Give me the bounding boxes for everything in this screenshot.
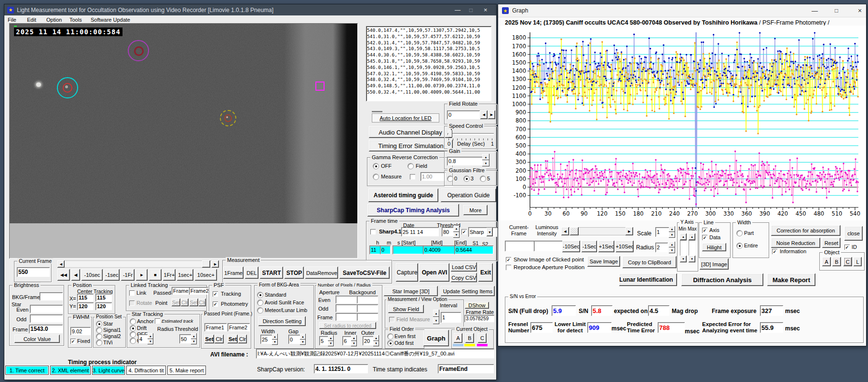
pix-frame-aperture-field[interactable] (336, 313, 357, 321)
star-odd-field[interactable] (30, 314, 63, 323)
passed-frame2-field[interactable]: Frame2 (228, 323, 250, 331)
object-a-button[interactable]: A (454, 333, 462, 343)
graph-close-icon[interactable]: × (858, 7, 862, 14)
graph-radius-field[interactable]: 2 (655, 243, 668, 252)
line-axis-checkbox[interactable] (702, 228, 707, 233)
timing-step-5[interactable]: 5. Make report (167, 366, 206, 375)
pix-odd-aperture-field[interactable] (336, 304, 357, 312)
star-even-field[interactable] (30, 305, 63, 313)
gaussian-5-radio[interactable] (480, 176, 486, 181)
graph-minimize-icon[interactable]: — (812, 7, 818, 14)
mid-field[interactable]: 0.4009 (423, 246, 456, 254)
pix-odd-bg-field[interactable] (357, 304, 378, 312)
gap-spinner[interactable]: ▲▼ (300, 334, 306, 345)
s-start-field[interactable] (393, 246, 424, 254)
passed-set1-button[interactable]: Set (204, 335, 214, 343)
scrollbar-right-arrow[interactable]: ▶ (212, 260, 219, 268)
video-scrollbar[interactable]: ◀ ▶ (57, 260, 219, 268)
interval-field[interactable]: 1 (441, 312, 461, 323)
id-checkbox[interactable] (844, 245, 850, 250)
ymax-up-button[interactable]: ▲ (689, 233, 695, 240)
timestamp-indicates-field[interactable]: FrameEnd (438, 364, 494, 373)
transport-button-5[interactable]: ► (136, 269, 148, 281)
estimated-track-checkbox[interactable] (155, 318, 160, 324)
field-rotate-left-button[interactable]: ◀ (480, 110, 488, 119)
timing-step-4[interactable]: 4. Diffraction tit (126, 366, 166, 375)
posset-signal1-radio[interactable] (96, 327, 102, 333)
sharpcap-version-field[interactable]: 4. 1. 11251. 0 (314, 364, 368, 373)
gamma-measure-radio[interactable] (373, 174, 379, 179)
save-image-button[interactable]: Save Image (587, 256, 620, 267)
even-first-radio[interactable] (388, 334, 393, 339)
csv-data-box[interactable]: 540.0,147.4,"",10,59,57.1307,57.2942,10,… (366, 26, 491, 101)
minus-10sec-button[interactable]: -10Sec (562, 241, 580, 252)
width-entire-radio[interactable] (737, 243, 742, 248)
direction-setting-button[interactable]: Direction Setting (258, 316, 306, 326)
psf-photometry-checkbox[interactable] (213, 301, 218, 307)
y-center-field[interactable]: 120 (77, 302, 94, 310)
reset-button[interactable]: Reset (822, 238, 841, 248)
interval-spinner[interactable]: ▲▼ (433, 310, 439, 324)
splitter-grip[interactable] (372, 111, 382, 112)
transport-button-9[interactable]: 10sec+ (195, 269, 217, 281)
gamma-checkbox[interactable] (410, 174, 415, 179)
x-center-field[interactable]: 115 (77, 294, 94, 301)
menu-file[interactable]: File (8, 17, 16, 23)
avi-filename-field[interactable]: I:¥A-えんぺい観測¥観測記録2025¥07-12月¥20251114◎Can… (256, 349, 494, 358)
graph-scrollbar[interactable]: ◀ ▶ (561, 227, 633, 235)
gain-input[interactable]: 0.8 (447, 157, 483, 165)
graph-scroll-left-arrow[interactable]: ◀ (561, 227, 569, 235)
ymax-down-button[interactable]: ▼ (689, 256, 695, 262)
passed-set2-button[interactable]: Set (228, 335, 238, 343)
close-button[interactable]: close (844, 226, 863, 241)
minimize-icon[interactable]: — (455, 7, 461, 14)
gaussian-3-radio[interactable] (464, 176, 469, 181)
open-avi-button[interactable]: Open AVI (420, 263, 449, 282)
diffraction-analysis-button[interactable]: Diffraction Analysis (681, 273, 763, 286)
graph-button[interactable]: Graph (423, 330, 449, 346)
date-field[interactable]: 25 11 14 (401, 227, 439, 236)
timing-step-2[interactable]: 2. XML element (50, 366, 91, 375)
exit-button[interactable]: Exit (478, 263, 493, 282)
predicted-field[interactable]: 788 (658, 322, 685, 333)
ymin-track[interactable] (680, 240, 687, 256)
gain-spinner[interactable]: ▲▼ (482, 154, 489, 166)
linked-clr1-button[interactable]: Clr (181, 299, 189, 306)
gamma-value-field[interactable]: 1.00 (420, 172, 446, 181)
more-button[interactable]: More (463, 205, 488, 215)
y-track-field[interactable]: 120 (95, 302, 112, 310)
odd-first-radio[interactable] (388, 341, 393, 346)
h-value-field[interactable]: 11 (369, 246, 381, 254)
track-csv-radio[interactable] (130, 338, 136, 343)
target-square-magenta[interactable] (315, 82, 325, 91)
psf-tracking-checkbox[interactable] (213, 291, 218, 297)
transport-button-1[interactable]: ◀ (71, 269, 80, 281)
posset-tivi-radio[interactable] (96, 340, 102, 345)
passed-clr2-button[interactable]: Clr (238, 335, 247, 343)
passed-frame1-field[interactable]: Frame1 (204, 323, 227, 331)
lunar-identification-button[interactable]: Lunar Identification (619, 273, 677, 286)
gaussian-0-radio[interactable] (448, 176, 453, 181)
measurement-stop-button[interactable]: STOP (285, 267, 304, 279)
outer-spinner[interactable]: ▲▼ (373, 335, 379, 346)
x-track-field[interactable]: 115 (95, 294, 112, 301)
object-a-toggle[interactable]: A (822, 257, 831, 266)
measurement-del-button[interactable]: DEL (245, 267, 258, 279)
track-threshold-spinner[interactable]: ▲▼ (191, 333, 197, 344)
sharp41-checkbox[interactable] (370, 229, 376, 234)
link-checkbox[interactable] (129, 290, 135, 296)
expected-on-field[interactable]: 4.5 (648, 305, 669, 316)
copy-csv-button[interactable]: Copy CSV (451, 273, 477, 282)
ymin-down-button[interactable]: ▼ (680, 256, 687, 262)
reproduce-checkbox[interactable] (506, 265, 511, 270)
menu-tools[interactable]: Tools (69, 17, 82, 23)
pix-even-bg-field[interactable] (357, 296, 378, 303)
scrollbar-thumb[interactable] (202, 260, 210, 268)
video-frame[interactable]: 2025 11 14 11:00:00:584 (10, 24, 357, 223)
timing-step-3[interactable]: 3. Light curve (92, 366, 125, 375)
light-curve-chart[interactable]: -100010020030040050060070080090010001100… (498, 26, 866, 220)
threshold-spinner[interactable]: ▲▼ (453, 226, 460, 238)
speed-slider-thumb[interactable] (448, 130, 452, 137)
measurement-dataremove-button[interactable]: DataRemove (305, 267, 338, 279)
transport-button-8[interactable]: 1sec+ (177, 269, 193, 281)
